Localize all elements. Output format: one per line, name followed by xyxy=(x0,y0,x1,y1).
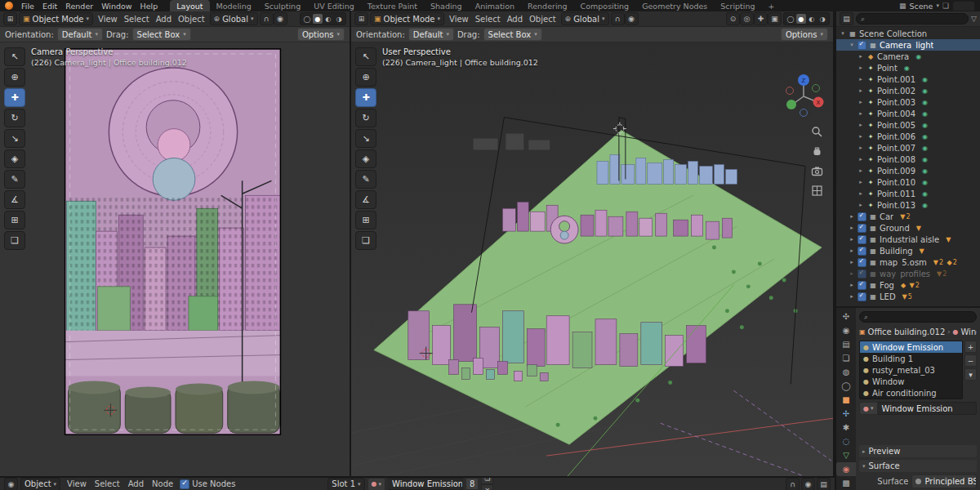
outliner-row[interactable]: ▸ ✦ Point.004 ◉ xyxy=(836,108,980,119)
pan-hand-icon[interactable] xyxy=(811,145,823,158)
viewport-menu[interactable]: Add xyxy=(153,15,175,24)
viewport-tool-button[interactable]: ↖ xyxy=(355,47,376,66)
properties-search[interactable]: ⌕ xyxy=(859,311,977,323)
outliner-search[interactable]: ⌕ xyxy=(856,13,969,24)
surface-panel-header[interactable]: ▾ Surface xyxy=(859,460,977,472)
viewport-tool-button[interactable]: ∡ xyxy=(4,190,25,209)
properties-tab[interactable]: ◯ xyxy=(836,379,856,393)
object-data-icon[interactable]: ◉ xyxy=(922,133,928,140)
outliner-row[interactable]: ▸ ✦ Point.002 ◉ xyxy=(836,85,980,96)
view-layer-selector[interactable] xyxy=(952,1,975,11)
material-action-button[interactable]: ✕ xyxy=(481,484,493,490)
workspace-tab[interactable]: Layout xyxy=(170,0,209,11)
viewport-tool-button[interactable]: ∡ xyxy=(355,190,376,209)
workspace-tab[interactable]: Rendering xyxy=(521,0,574,11)
blender-app-icon[interactable] xyxy=(5,2,13,10)
properties-tab[interactable]: ▤ xyxy=(836,337,856,351)
viewport-tool-button[interactable]: ⊞ xyxy=(4,211,25,229)
outliner-row[interactable]: ▸ ▦ Ground ▼ xyxy=(836,222,980,234)
outliner-row[interactable]: ▸ ✦ Point.013 ◉ xyxy=(836,199,980,211)
expand-chevron-icon[interactable]: ▸ xyxy=(849,247,855,254)
material-name-field[interactable]: Window Emission xyxy=(878,402,978,415)
object-data-icon[interactable]: ◉ xyxy=(922,179,928,186)
navigation-gizmo[interactable]: Z X xyxy=(781,72,826,119)
menu-item[interactable]: Edit xyxy=(38,2,61,11)
outliner-row[interactable]: ▸ ✦ Point.008 ◉ xyxy=(836,154,980,165)
header-toggle-icon[interactable]: ◉ xyxy=(625,12,639,25)
expand-chevron-icon[interactable]: ▸ xyxy=(849,259,855,265)
viewport-tool-button[interactable]: ◈ xyxy=(355,149,376,168)
workspace-tab[interactable]: UV Editing xyxy=(307,0,361,11)
header-toggle-icon[interactable]: ∩ xyxy=(611,12,625,25)
filter-icon[interactable]: ▽ xyxy=(971,15,977,23)
properties-tab[interactable]: ✢ xyxy=(836,407,856,421)
shader-menu[interactable]: Add xyxy=(124,479,148,488)
viewport-menu[interactable]: View xyxy=(95,15,121,24)
browse-material-button[interactable]: ●▾ xyxy=(368,478,386,490)
expand-chevron-icon[interactable]: ▸ xyxy=(858,133,864,140)
viewport-tool-button[interactable]: ✚ xyxy=(355,88,376,107)
shader-menu[interactable]: Node xyxy=(148,479,177,488)
viewport-tool-button[interactable]: ✎ xyxy=(355,170,376,189)
shading-mode-button[interactable]: ◯ xyxy=(302,14,312,24)
shading-mode-button[interactable]: ◑ xyxy=(817,14,827,24)
viewport-menu[interactable]: Object xyxy=(526,15,559,24)
outliner-row[interactable]: ▸ ✦ Point.011 ◉ xyxy=(836,188,980,199)
collection-checkbox[interactable] xyxy=(858,224,866,233)
properties-tab[interactable]: ◉ xyxy=(836,462,856,476)
collection-checkbox[interactable] xyxy=(858,41,866,50)
editor-type-icon[interactable]: ▤ xyxy=(840,12,853,25)
object-data-icon[interactable]: ◉ xyxy=(922,167,928,175)
orientation-dropdown[interactable]: Default▾ xyxy=(408,28,454,41)
material-slot[interactable]: ● Air conditioning xyxy=(860,387,962,399)
outliner-row[interactable]: ▸ ▦ way_profiles ▼2 xyxy=(836,268,980,279)
outliner-row[interactable]: ▸ ▦ map_5.osm ▼2 ◆2 xyxy=(836,256,980,268)
workspace-tab[interactable]: Geometry Nodes xyxy=(635,0,714,11)
viewport-canvas-camera[interactable]: ↖⊕✚↻↘◈✎∡⊞❏ Camera Perspective (226) Came… xyxy=(0,42,350,476)
drag-dropdown[interactable]: Select Box▾ xyxy=(132,28,191,41)
mode-selector[interactable]: ▣ Object Mode▾ xyxy=(370,12,444,25)
expand-chevron-icon[interactable]: ▸ xyxy=(858,190,864,197)
collection-checkbox[interactable] xyxy=(858,258,866,267)
shader-menu[interactable]: View xyxy=(63,479,91,488)
expand-chevron-icon[interactable]: ▸ xyxy=(858,202,864,208)
viewport-tool-button[interactable]: ↻ xyxy=(4,109,25,127)
object-data-icon[interactable]: ◉ xyxy=(922,202,928,209)
properties-search-input[interactable] xyxy=(871,312,972,322)
object-data-icon[interactable]: ◉ xyxy=(922,87,928,95)
expand-chevron-icon[interactable]: ▸ xyxy=(858,53,864,60)
properties-tab[interactable]: ◉ xyxy=(836,323,856,337)
header-toggle-icon[interactable]: ∩ xyxy=(260,12,274,25)
viewport-tool-button[interactable]: ↘ xyxy=(355,129,376,148)
expand-chevron-icon[interactable]: ▸ xyxy=(858,145,864,151)
collection-checkbox[interactable] xyxy=(858,235,866,244)
outliner-row[interactable]: ▸ ✦ Point.001 ◉ xyxy=(836,74,980,85)
material-slot-dropdown[interactable]: Slot 1▾ xyxy=(327,478,364,490)
workspace-tab[interactable]: Compositing xyxy=(574,0,636,11)
camera-view-render[interactable] xyxy=(0,42,350,476)
outliner-row[interactable]: ▾ ▦ Camera_light xyxy=(836,39,980,51)
expand-chevron-icon[interactable]: ▸ xyxy=(858,179,864,185)
object-data-icon[interactable]: ◉ xyxy=(922,99,928,106)
grid-toggle-icon[interactable] xyxy=(811,185,823,197)
menu-item[interactable]: Help xyxy=(136,2,163,11)
outliner-row[interactable]: ▸ ✦ Point.009 ◉ xyxy=(836,165,980,176)
shading-mode-button[interactable]: ◐ xyxy=(807,14,817,24)
menu-item[interactable]: Window xyxy=(97,2,136,11)
expand-chevron-icon[interactable]: ▸ xyxy=(849,293,855,300)
use-nodes-checkbox[interactable] xyxy=(180,479,189,489)
material-slot[interactable]: ● rusty_metal_03 xyxy=(860,364,962,376)
material-slot[interactable]: ● Building 1 xyxy=(860,353,962,364)
object-data-icon[interactable]: ◉ xyxy=(922,145,928,152)
options-dropdown[interactable]: Options▾ xyxy=(781,28,828,41)
shading-mode-button[interactable]: ◯ xyxy=(786,14,795,24)
viewport-tool-button[interactable]: ⊞ xyxy=(355,211,376,229)
slot-list-button[interactable]: − xyxy=(964,354,977,367)
material-slot[interactable]: ● Window Emission xyxy=(860,341,962,353)
properties-tab[interactable]: ▽ xyxy=(836,448,856,462)
viewport-menu[interactable]: Add xyxy=(504,15,526,24)
outliner-row[interactable]: ▸ ✦ Point.006 ◉ xyxy=(836,131,980,142)
viewport-menu[interactable]: Select xyxy=(472,15,504,24)
drag-dropdown[interactable]: Select Box▾ xyxy=(483,28,542,41)
workspace-tab[interactable]: Texture Paint xyxy=(361,0,424,11)
